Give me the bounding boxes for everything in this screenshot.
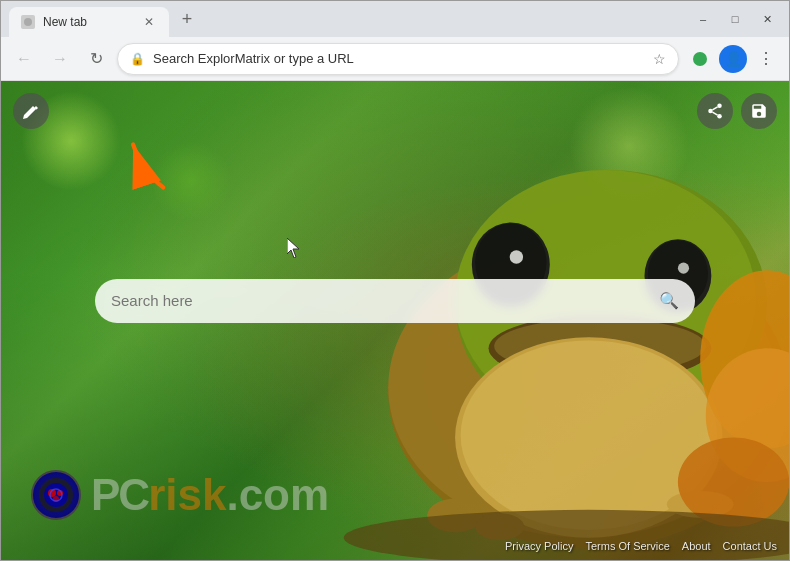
svg-point-29 — [44, 483, 68, 507]
menu-button[interactable]: ⋮ — [751, 44, 781, 74]
page-content: 🔍 PC risk .com — [1, 81, 789, 560]
extensions-button[interactable] — [685, 44, 715, 74]
svg-line-28 — [712, 107, 717, 110]
browser-window: New tab ✕ + – □ ✕ ← → ↻ 🔒 Search ExplorM… — [0, 0, 790, 561]
reload-button[interactable]: ↻ — [81, 44, 111, 74]
svg-point-26 — [717, 114, 722, 119]
address-bar[interactable]: 🔒 Search ExplorMatrix or type a URL ☆ — [117, 43, 679, 75]
search-icon[interactable]: 🔍 — [659, 291, 679, 310]
save-button[interactable] — [741, 93, 777, 129]
svg-line-27 — [712, 112, 717, 115]
contact-us-link[interactable]: Contact Us — [723, 540, 777, 552]
edit-page-button[interactable] — [13, 93, 49, 129]
pcrisk-tld: .com — [226, 470, 329, 520]
tab-favicon — [21, 15, 35, 29]
footer-links: Privacy Policy Terms Of Service About Co… — [505, 540, 777, 552]
profile-avatar-icon: 👤 — [725, 51, 742, 67]
security-icon: 🔒 — [130, 52, 145, 66]
svg-point-10 — [678, 263, 689, 274]
titlebar: New tab ✕ + – □ ✕ — [1, 1, 789, 37]
minimize-button[interactable]: – — [689, 9, 717, 29]
pcrisk-logo — [31, 470, 81, 520]
terms-of-service-link[interactable]: Terms Of Service — [585, 540, 669, 552]
omnibox-text: Search ExplorMatrix or type a URL — [153, 51, 645, 66]
search-bar[interactable]: 🔍 — [95, 279, 695, 323]
back-button[interactable]: ← — [9, 44, 39, 74]
pcrisk-brand: PC — [91, 470, 148, 520]
search-bar-container: 🔍 — [95, 279, 695, 323]
svg-point-0 — [24, 18, 32, 26]
svg-marker-23 — [287, 238, 299, 258]
mouse-cursor — [287, 238, 299, 256]
close-button[interactable]: ✕ — [753, 9, 781, 29]
bookmark-star-icon[interactable]: ☆ — [653, 51, 666, 67]
pcrisk-domain: risk — [148, 470, 226, 520]
browser-toolbar: ← → ↻ 🔒 Search ExplorMatrix or type a UR… — [1, 37, 789, 81]
orange-arrow-annotation — [116, 136, 176, 200]
svg-point-24 — [717, 104, 722, 109]
about-link[interactable]: About — [682, 540, 711, 552]
tab-strip: New tab ✕ + — [9, 1, 689, 37]
active-tab[interactable]: New tab ✕ — [9, 7, 169, 37]
pcrisk-logo-inner — [39, 478, 73, 512]
page-action-buttons — [697, 93, 777, 129]
svg-point-7 — [510, 250, 523, 263]
forward-button[interactable]: → — [45, 44, 75, 74]
svg-point-25 — [708, 109, 713, 114]
profile-button[interactable]: 👤 — [719, 45, 747, 73]
pcrisk-text: PC risk .com — [91, 470, 329, 520]
maximize-button[interactable]: □ — [721, 9, 749, 29]
privacy-policy-link[interactable]: Privacy Policy — [505, 540, 573, 552]
share-button[interactable] — [697, 93, 733, 129]
tab-label: New tab — [43, 15, 133, 29]
tab-close-button[interactable]: ✕ — [141, 14, 157, 30]
svg-point-21 — [344, 510, 789, 560]
toolbar-right: 👤 ⋮ — [685, 44, 781, 74]
window-controls: – □ ✕ — [689, 9, 781, 29]
new-tab-button[interactable]: + — [173, 5, 201, 33]
pcrisk-watermark: PC risk .com — [31, 470, 329, 520]
extension-icon — [693, 52, 707, 66]
search-input[interactable] — [111, 292, 651, 309]
